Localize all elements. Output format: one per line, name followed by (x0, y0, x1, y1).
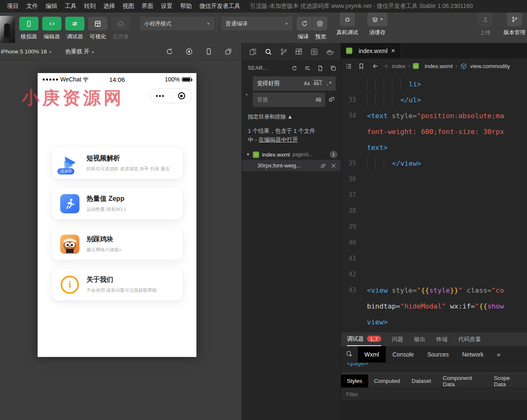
debugger-tab-问题[interactable]: 问题 (392, 332, 403, 346)
toggle-button-云开发[interactable]: 云开发 (111, 17, 130, 40)
bookmark-icon[interactable] (358, 63, 365, 70)
nav-back-icon[interactable] (372, 63, 379, 70)
devtools-tab-Console[interactable]: Console (386, 346, 420, 362)
upload-button[interactable] (478, 13, 493, 26)
version-manage-button[interactable] (507, 13, 522, 26)
toggle-button-可视化[interactable]: 可视化 (88, 17, 107, 40)
code-line[interactable]: font-weight: 600;font-size: 30rpx (341, 124, 527, 139)
code-line[interactable]: view> (341, 314, 527, 330)
match-case-icon[interactable]: Aa (304, 81, 310, 86)
styles-tab-styles[interactable]: Styles (341, 374, 368, 387)
compile-mode-select[interactable]: 普通编译 ▼ (221, 17, 293, 30)
debugger-tab-调试器[interactable]: 调试器1, 7 (347, 332, 381, 346)
device-frame-icon[interactable] (205, 48, 213, 56)
outline-list-icon[interactable] (345, 63, 352, 70)
menu-item-4[interactable]: 转到 (80, 3, 99, 10)
menu-item-9[interactable]: 帮助 (176, 3, 196, 10)
toggle-button-编辑器[interactable]: 编辑器 (42, 17, 61, 40)
devtools-tab-»[interactable]: » (490, 346, 507, 362)
wxml-root-node[interactable]: <page> (347, 363, 368, 367)
code-line[interactable]: li> (341, 76, 527, 92)
code-line[interactable]: 35</view> (341, 155, 527, 171)
clear-cache-button[interactable]: ▼ (367, 13, 387, 26)
mode-select[interactable]: 小程序模式 ▼ (140, 17, 214, 30)
storage-panel-icon[interactable] (310, 48, 318, 56)
remote-debug-button[interactable] (340, 13, 355, 26)
tab-index-wxml[interactable]: ‹› index.wxml ✕ (341, 43, 401, 58)
menu-item-6[interactable]: 视图 (119, 3, 138, 10)
clear-results-icon[interactable] (304, 65, 311, 71)
menu-item-3[interactable]: 工具 (61, 3, 80, 10)
replace-match-icon[interactable] (321, 163, 326, 169)
device-selector[interactable]: iPhone 5 100% 16▼ (0, 48, 54, 55)
menu-item-5[interactable]: 选择 (99, 3, 119, 10)
menu-item-1[interactable]: 文件 (23, 3, 42, 10)
menu-item-0[interactable]: 项目 (3, 3, 23, 10)
code-line[interactable]: 33</ul> (341, 92, 527, 108)
user-avatar[interactable] (0, 16, 15, 43)
breadcrumb-symbol[interactable]: view.commodity (470, 63, 510, 69)
source-control-icon[interactable] (280, 48, 288, 56)
close-tab-icon[interactable]: ✕ (391, 48, 395, 54)
search-input[interactable]: 觉得好用 Aa Abl .* (253, 76, 336, 91)
toggle-button-模拟器[interactable]: 模拟器 (19, 17, 38, 40)
dir-filter-toggle[interactable]: 指定目录和排除 ▲ (242, 109, 341, 122)
devtools-tab-Wxml[interactable]: Wxml (358, 346, 386, 362)
inspect-element-icon[interactable] (341, 351, 358, 358)
devtools-tab-Sources[interactable]: Sources (420, 346, 455, 362)
code-line[interactable]: 39 (341, 219, 527, 235)
hot-reload-toggle[interactable]: 热重载 开▼ (65, 48, 94, 56)
code-line[interactable]: bindtap="hideModal" wx:if="{{show (341, 298, 527, 314)
search-icon[interactable] (264, 48, 272, 56)
new-search-editor-icon[interactable] (317, 65, 323, 71)
result-match-row[interactable]: 30rpx;font-weig... (242, 160, 341, 171)
detach-window-icon[interactable] (224, 48, 232, 56)
breadcrumb-file[interactable]: index.wxml (425, 63, 453, 69)
result-file-row[interactable]: ▼ ‹› index.wxml pages\i... 1 (242, 149, 341, 160)
feature-card-3[interactable]: i关于我们不会使用 或有问题可点我获取帮助 (52, 269, 183, 300)
debugger-tab-输出[interactable]: 输出 (414, 332, 425, 346)
preserve-case-icon[interactable]: AB (316, 97, 321, 103)
code-line[interactable]: 42 (341, 266, 527, 282)
code-line[interactable]: text> (341, 139, 527, 155)
open-in-editor-link[interactable]: 在编辑器中打开 (259, 137, 298, 143)
styles-tab-computed[interactable]: Computed (368, 374, 406, 387)
collapse-all-icon[interactable] (330, 65, 336, 71)
code-line[interactable]: 41 (341, 250, 527, 266)
compile-button[interactable] (297, 17, 312, 30)
debugger-tab-终端[interactable]: 终端 (436, 332, 448, 346)
menu-item-8[interactable]: 设置 (157, 3, 176, 10)
docker-icon[interactable] (326, 48, 334, 56)
refresh-search-icon[interactable] (291, 65, 298, 71)
replace-input[interactable]: 替换 AB (253, 93, 325, 107)
code-line[interactable]: 43<view style="{{style}}" class="co (341, 282, 527, 298)
extensions-icon[interactable] (295, 48, 303, 56)
styles-tab-dataset[interactable]: Dataset (406, 374, 437, 387)
close-minibar-button[interactable] (171, 92, 192, 99)
code-line[interactable]: 38 (341, 203, 527, 219)
replace-all-icon[interactable] (328, 96, 336, 104)
restart-icon[interactable] (165, 48, 173, 56)
nav-forward-icon[interactable] (382, 63, 389, 70)
tree-expand-icon[interactable]: ▼ (246, 152, 250, 157)
toggle-button-调试器[interactable]: 调试器 (65, 17, 84, 40)
record-icon[interactable] (185, 48, 193, 56)
styles-tab-scope-data[interactable]: Scope Data (488, 374, 527, 387)
code-editor[interactable]: li>33</ul>34<text style="position:absolu… (341, 73, 527, 332)
styles-tab-component-data[interactable]: Component Data (437, 374, 488, 387)
wxml-tree-view[interactable]: <page> (341, 363, 527, 373)
code-line[interactable]: 40 (341, 235, 527, 250)
devtools-tab-Network[interactable]: Network (456, 346, 490, 362)
dismiss-match-icon[interactable] (331, 163, 336, 169)
feature-card-2[interactable]: 别踩鸡块爆火网络小游戏+ (52, 228, 183, 260)
files-icon[interactable] (249, 48, 257, 56)
menu-item-7[interactable]: 界面 (138, 3, 157, 10)
code-line[interactable]: 34<text style="position:absolute;ma (341, 108, 527, 124)
styles-filter-input[interactable]: Filter (341, 387, 527, 400)
menu-item-2[interactable]: 编辑 (42, 3, 61, 10)
menu-item-10[interactable]: 微信开发者工具 (196, 3, 244, 10)
regex-icon[interactable]: .* (326, 81, 332, 86)
toggle-replace-chevron[interactable]: ⌄ (244, 91, 249, 96)
feature-card-0[interactable]: 去水印短视频解析目前仅可皮皮虾 皮皮搞笑 快手 抖音 最右 (52, 147, 183, 179)
debugger-tab-代码质量[interactable]: 代码质量 (458, 332, 481, 346)
